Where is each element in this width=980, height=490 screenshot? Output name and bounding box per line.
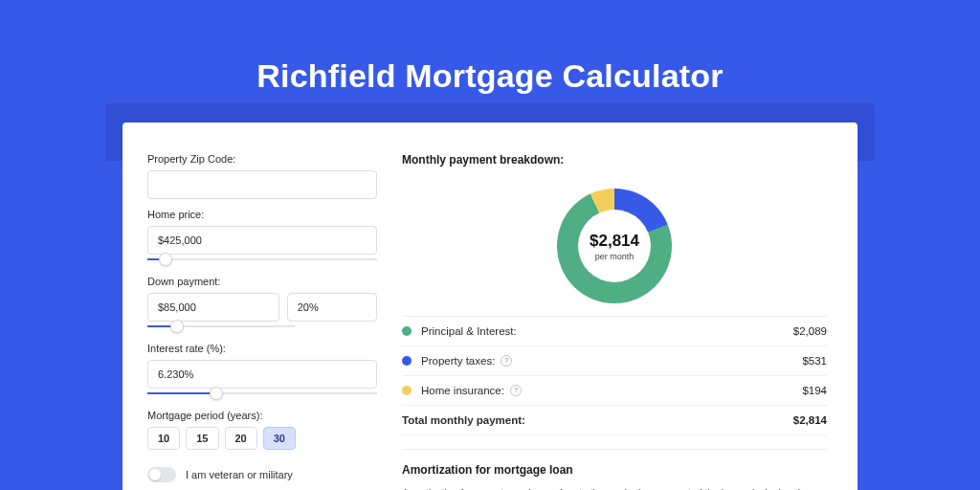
period-segmented: 10152030 [147,427,377,450]
form-column: Property Zip Code: Home price: $425,000 … [147,147,377,490]
down-payment-input[interactable]: $85,000 [147,293,279,322]
legend-dot [402,356,412,366]
legend-label: Principal & Interest: [421,325,517,337]
amortization-section: Amortization for mortgage loan Amortizat… [402,449,827,490]
legend-total-label: Total monthly payment: [402,414,525,426]
veteran-toggle[interactable] [147,467,176,482]
legend-row: Principal & Interest:$2,089 [402,317,827,346]
stage: Richfield Mortgage Calculator Property Z… [0,0,980,490]
legend-label: Property taxes: [421,355,495,367]
legend-value: $531 [802,355,827,367]
zip-input[interactable] [147,170,377,199]
interest-input[interactable]: 6.230% [147,360,377,389]
donut-chart: $2,814 per month [557,189,672,303]
slider-thumb[interactable] [210,387,223,400]
legend-value: $2,089 [793,325,827,337]
home-price-label: Home price: [147,209,377,220]
calculator-card: Property Zip Code: Home price: $425,000 … [122,122,858,490]
zip-label: Property Zip Code: [147,153,377,165]
down-payment-pct-input[interactable]: 20% [287,293,377,322]
page-title: Richfield Mortgage Calculator [0,57,980,95]
donut-center: $2,814 per month [578,210,651,282]
legend-total-row: Total monthly payment:$2,814 [402,406,827,435]
legend-total-value: $2,814 [793,414,827,426]
veteran-label: I am veteran or military [186,469,293,480]
info-icon[interactable]: ? [510,385,522,396]
slider-thumb[interactable] [170,320,184,333]
amortization-heading: Amortization for mortgage loan [402,463,827,477]
period-option-10[interactable]: 10 [147,427,180,450]
period-option-15[interactable]: 15 [186,427,218,450]
legend-dot [402,386,412,395]
donut-chart-wrap: $2,814 per month [402,176,827,316]
breakdown-title: Monthly payment breakdown: [402,153,827,167]
down-payment-slider[interactable] [147,320,295,333]
legend-row: Property taxes:?$531 [402,346,827,376]
legend-label: Home insurance: [421,385,504,396]
breakdown-column: Monthly payment breakdown: $2,814 per mo… [402,147,827,490]
period-label: Mortgage period (years): [147,410,377,421]
down-payment-label: Down payment: [147,276,377,287]
donut-amount: $2,814 [590,232,639,251]
veteran-row: I am veteran or military [147,467,377,482]
interest-slider[interactable] [147,387,377,400]
home-price-input[interactable]: $425,000 [147,226,377,255]
legend-dot [402,326,412,336]
legend-row: Home insurance:?$194 [402,376,827,406]
amortization-text: Amortization for a mortgage loan refers … [402,486,827,490]
slider-thumb[interactable] [159,253,172,266]
legend-value: $194 [802,385,827,396]
period-option-30[interactable]: 30 [263,427,296,450]
home-price-slider[interactable] [147,253,377,266]
interest-label: Interest rate (%): [147,343,377,354]
legend: Principal & Interest:$2,089Property taxe… [402,316,827,435]
donut-caption: per month [595,252,635,261]
period-option-20[interactable]: 20 [225,427,257,450]
info-icon[interactable]: ? [501,355,512,367]
